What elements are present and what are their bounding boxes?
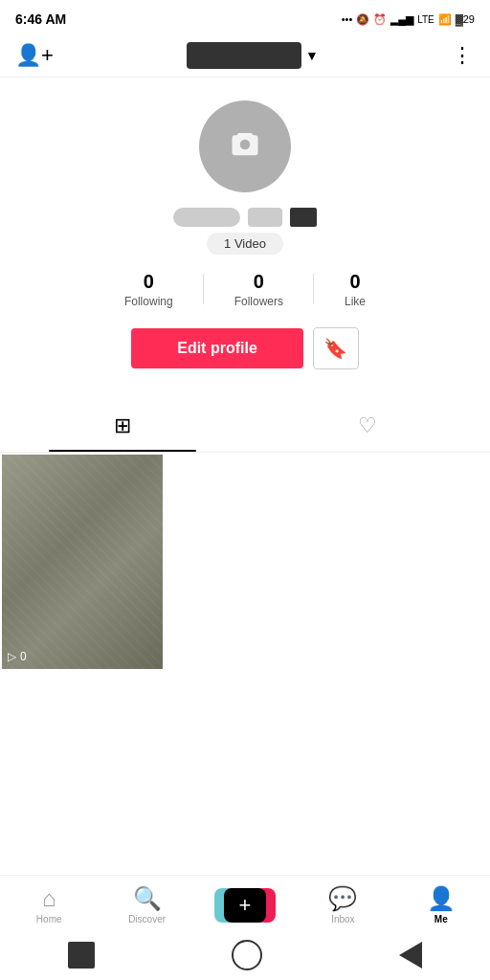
avatar — [199, 100, 291, 192]
mute-icon: 🔕 — [356, 13, 369, 26]
top-nav: 👤+ ▼ ⋮ — [0, 34, 490, 78]
username-display — [187, 42, 301, 69]
signal-icon: ••• — [342, 13, 353, 25]
likes-label: Like — [345, 295, 366, 308]
alarm-icon: ⏰ — [373, 13, 387, 26]
view-count: 0 — [20, 650, 27, 663]
add-button[interactable]: + — [220, 888, 270, 923]
video-texture — [2, 455, 163, 669]
action-row: Edit profile 🔖 — [131, 327, 359, 369]
profile-section: 1 Video 0 Following 0 Followers 0 Like E… — [0, 78, 490, 392]
video-play-info: ▷ 0 — [8, 650, 27, 663]
profile-icon: 👤 — [427, 885, 456, 912]
more-options-button[interactable]: ⋮ — [452, 43, 475, 68]
play-icon: ▷ — [8, 650, 16, 663]
followers-count: 0 — [254, 270, 264, 293]
bookmark-icon: 🔖 — [323, 337, 347, 360]
signal-bars: ▂▄▆ — [390, 13, 413, 26]
nav-add[interactable]: + — [216, 888, 274, 923]
likes-count: 0 — [349, 270, 360, 293]
avatar-wrapper — [199, 100, 291, 192]
add-user-button[interactable]: 👤+ — [15, 43, 54, 68]
gesture-bar — [0, 932, 490, 980]
tab-liked[interactable]: ♡ — [245, 400, 490, 452]
add-button-inner: + — [224, 888, 266, 923]
back-button[interactable] — [68, 942, 95, 969]
video-thumbnail[interactable]: ▷ 0 — [2, 455, 163, 669]
nav-me[interactable]: 👤 Me — [412, 885, 470, 924]
stat-following[interactable]: 0 Following — [94, 270, 204, 308]
home-icon: ⌂ — [42, 885, 56, 912]
wifi-icon: 📶 — [438, 13, 452, 26]
nav-discover[interactable]: 🔍 Discover — [119, 885, 176, 924]
camera-icon — [228, 127, 262, 166]
video-badge: 1 Video — [207, 233, 283, 255]
dropdown-icon[interactable]: ▼ — [305, 48, 319, 63]
search-icon: 🔍 — [133, 885, 162, 912]
following-count: 0 — [144, 270, 154, 293]
handle — [248, 208, 282, 227]
status-bar: 6:46 AM ••• 🔕 ⏰ ▂▄▆ LTE 📶 ▓29 — [0, 0, 490, 34]
status-icons: ••• 🔕 ⏰ ▂▄▆ LTE 📶 ▓29 — [342, 13, 475, 26]
me-label: Me — [434, 914, 448, 924]
content-grid: ▷ 0 — [0, 453, 490, 773]
content-spacer — [0, 773, 490, 876]
recents-button[interactable] — [399, 942, 422, 969]
nav-inbox[interactable]: 💬 Inbox — [314, 885, 371, 924]
stat-likes[interactable]: 0 Like — [314, 270, 396, 308]
stats-row: 0 Following 0 Followers 0 Like — [15, 270, 475, 308]
inbox-icon: 💬 — [328, 885, 357, 912]
top-nav-center: ▼ — [187, 42, 319, 69]
plus-icon: + — [239, 895, 252, 916]
heart-icon: ♡ — [358, 413, 377, 438]
lte-icon: LTE — [417, 14, 434, 25]
home-button[interactable] — [232, 940, 262, 970]
battery-icon: ▓29 — [456, 13, 475, 25]
top-nav-left: 👤+ — [15, 43, 54, 68]
following-label: Following — [124, 295, 173, 308]
nav-home[interactable]: ⌂ Home — [20, 885, 78, 924]
status-time: 6:46 AM — [15, 11, 66, 27]
discover-label: Discover — [128, 914, 166, 924]
bottom-nav: ⌂ Home 🔍 Discover + 💬 Inbox 👤 Me — [0, 875, 490, 932]
inbox-label: Inbox — [331, 914, 354, 924]
tab-grid[interactable]: ⊞ — [0, 400, 245, 452]
bookmark-button[interactable]: 🔖 — [313, 327, 359, 369]
followers-label: Followers — [234, 295, 283, 308]
stat-followers[interactable]: 0 Followers — [204, 270, 314, 308]
tabs-row: ⊞ ♡ — [0, 400, 490, 453]
home-label: Home — [36, 914, 62, 924]
edit-profile-button[interactable]: Edit profile — [131, 328, 303, 368]
verified-badge — [290, 208, 317, 227]
grid-icon: ⊞ — [114, 413, 131, 438]
name-row — [173, 208, 317, 227]
display-name — [173, 208, 240, 227]
